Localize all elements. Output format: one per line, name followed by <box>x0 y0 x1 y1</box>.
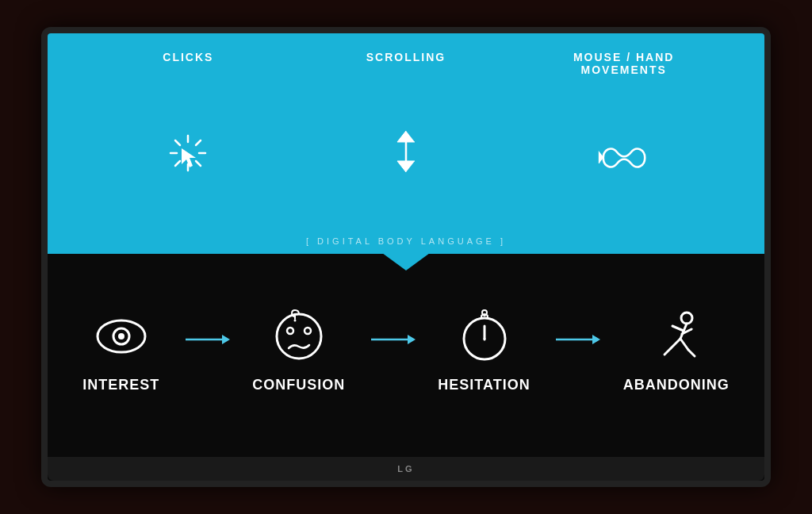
svg-point-26 <box>482 310 487 315</box>
svg-line-5 <box>196 161 201 166</box>
svg-line-33 <box>671 339 680 348</box>
scrolling-label: SCROLLING <box>366 51 446 63</box>
click-icon-area <box>164 76 212 230</box>
interest-label: INTEREST <box>82 377 159 393</box>
svg-point-29 <box>681 313 692 324</box>
svg-line-7 <box>175 161 180 166</box>
svg-marker-14 <box>222 335 230 344</box>
hesitation-label: HESITATION <box>438 377 530 393</box>
tv-frame: CLICKS <box>41 27 771 487</box>
scrolling-column: SCROLLING <box>297 48 515 230</box>
top-panel: CLICKS <box>48 33 764 254</box>
svg-marker-28 <box>592 335 600 344</box>
svg-marker-20 <box>408 335 416 344</box>
mouse-icon <box>596 134 652 185</box>
interest-item: INTEREST <box>82 309 159 393</box>
tv-screen: CLICKS <box>48 33 764 457</box>
svg-point-12 <box>118 333 124 339</box>
svg-point-18 <box>293 320 296 322</box>
confusion-item: CONFUSION <box>252 309 345 393</box>
mouse-hand-label: MOUSE / HAND MOVEMENTS <box>573 51 674 76</box>
svg-line-35 <box>680 339 688 350</box>
svg-line-34 <box>665 348 671 355</box>
clicks-column: CLICKS <box>79 48 297 230</box>
tv-base: LG <box>48 457 764 481</box>
arrow-1 <box>182 332 230 347</box>
svg-line-31 <box>672 326 684 331</box>
scroll-icon-area <box>386 76 426 230</box>
mouse-icon-area <box>596 89 652 230</box>
clock-icon <box>457 309 512 367</box>
running-icon <box>649 309 704 367</box>
abandoning-item: ABANDONING <box>623 309 730 393</box>
confusion-label: CONFUSION <box>252 377 345 393</box>
svg-point-17 <box>304 328 311 334</box>
tv-brand-label: LG <box>397 464 414 474</box>
digital-body-language-label: [ DIGITAL BODY LANGUAGE ] <box>306 236 506 246</box>
click-icon <box>164 129 212 177</box>
svg-line-6 <box>196 140 201 145</box>
eye-icon <box>94 309 149 367</box>
clicks-label: CLICKS <box>163 51 213 63</box>
svg-line-4 <box>175 140 180 145</box>
abandoning-label: ABANDONING <box>623 377 730 393</box>
mouse-hand-column: MOUSE / HAND MOVEMENTS <box>515 48 733 230</box>
hesitation-item: HESITATION <box>438 309 530 393</box>
scroll-icon <box>386 128 426 178</box>
svg-line-36 <box>688 350 695 356</box>
svg-marker-8 <box>182 148 196 167</box>
arrow-3 <box>553 332 600 347</box>
bottom-panel: INTEREST <box>48 254 764 457</box>
arrow-2 <box>368 332 416 347</box>
svg-point-16 <box>287 328 293 334</box>
svg-point-15 <box>277 314 321 359</box>
confused-face-icon <box>271 309 327 367</box>
